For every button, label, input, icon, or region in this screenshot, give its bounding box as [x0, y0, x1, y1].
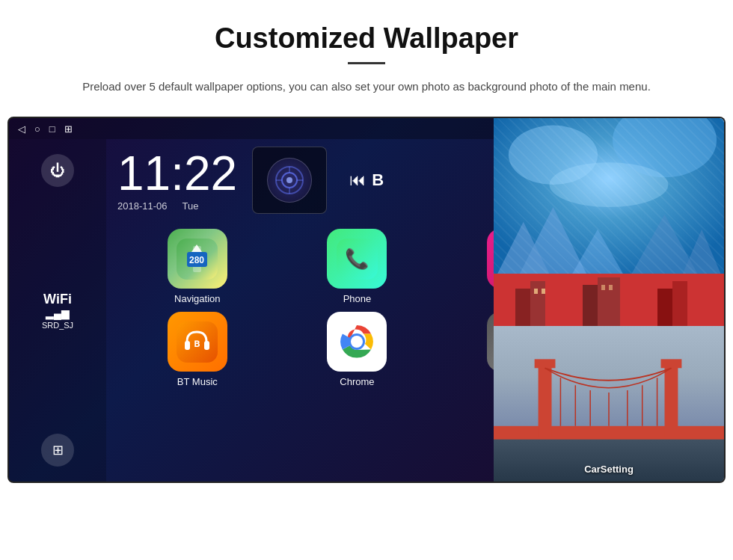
app-item-chrome[interactable]: Chrome: [281, 312, 434, 387]
chrome-label: Chrome: [340, 376, 374, 387]
svg-rect-52: [542, 289, 545, 294]
media-widget: [252, 147, 327, 214]
svg-rect-48: [598, 277, 620, 326]
svg-text:📞: 📞: [345, 247, 369, 271]
bt-icon: ʙ: [168, 312, 227, 372]
car-setting-label: CarSetting: [494, 462, 724, 476]
phone-icon: 📞: [327, 229, 387, 289]
back-icon[interactable]: ◁: [18, 123, 25, 135]
svg-rect-61: [661, 359, 682, 368]
svg-marker-41: [568, 230, 627, 274]
apps-button[interactable]: ⊞: [41, 434, 74, 467]
svg-rect-60: [535, 359, 556, 368]
svg-point-25: [351, 336, 363, 348]
prev-track-button[interactable]: ⏮: [349, 170, 366, 190]
title-divider: [348, 62, 385, 64]
wallpaper-thumb-building[interactable]: [494, 274, 724, 326]
svg-rect-54: [609, 285, 613, 290]
wallpaper-thumbnails: CarSetting: [494, 117, 726, 483]
clock-info: 11:22 2018-11-06 Tue: [117, 150, 237, 212]
phone-label: Phone: [343, 293, 372, 304]
wifi-label: WiFi: [43, 292, 72, 307]
clock-time: 11:22: [117, 150, 237, 197]
power-icon: ⏻: [50, 162, 65, 179]
svg-rect-50: [672, 281, 687, 326]
svg-marker-42: [494, 222, 553, 274]
media-controls: ⏮ B: [349, 170, 384, 190]
recent-icon[interactable]: □: [49, 123, 55, 135]
svg-marker-39: [516, 207, 590, 274]
nav-label: Navigation: [174, 293, 220, 304]
app-item-navigation[interactable]: 280 Navigation: [121, 229, 274, 304]
svg-rect-57: [494, 426, 724, 440]
wallpaper-thumb-ice[interactable]: [494, 118, 724, 274]
screen-container: ◁ ○ □ ⊞ 📍 ▼ 11:22 ⏻: [7, 117, 726, 483]
svg-rect-51: [534, 289, 538, 294]
page-title: Customized Wallpaper: [215, 22, 518, 55]
svg-rect-35: [494, 118, 724, 274]
chrome-icon: [327, 312, 387, 372]
svg-rect-21: [204, 341, 209, 350]
bt-label: BT Music: [177, 376, 218, 387]
app-item-phone[interactable]: 📞 Phone: [281, 229, 434, 304]
svg-point-2: [286, 177, 292, 183]
page-subtitle: Preload over 5 default wallpaper options…: [82, 78, 651, 96]
svg-rect-46: [530, 281, 545, 326]
svg-point-37: [613, 118, 717, 177]
media-title-letter: B: [372, 170, 384, 190]
screenshot-icon[interactable]: ⊞: [64, 123, 73, 135]
svg-text:ʙ: ʙ: [194, 337, 200, 349]
clock-day: Tue: [183, 200, 199, 212]
wifi-ssid: SRD_SJ: [42, 321, 73, 330]
wifi-bars: ▂▄▆: [42, 307, 73, 319]
wifi-info: WiFi ▂▄▆ SRD_SJ: [42, 292, 73, 330]
media-icon: [267, 158, 312, 203]
app-item-bt-music[interactable]: ʙ BT Music: [121, 312, 274, 387]
svg-rect-59: [665, 363, 678, 437]
status-bar-nav: ◁ ○ □ ⊞: [18, 123, 73, 135]
android-screen: ◁ ○ □ ⊞ 📍 ▼ 11:22 ⏻: [7, 117, 494, 483]
nav-icon: 280: [168, 229, 227, 289]
apps-icon: ⊞: [52, 442, 64, 458]
svg-marker-43: [679, 230, 724, 274]
clock-date: 2018-11-06: [117, 200, 168, 212]
svg-point-36: [509, 126, 598, 185]
clock-date-row: 2018-11-06 Tue: [117, 200, 237, 212]
wallpaper-thumb-bridge[interactable]: CarSetting: [494, 326, 724, 481]
power-button[interactable]: ⏻: [41, 154, 74, 187]
svg-rect-20: [185, 341, 190, 350]
left-sidebar: ⏻ WiFi ▂▄▆ SRD_SJ ⊞: [9, 139, 106, 481]
svg-point-38: [550, 162, 669, 207]
home-icon[interactable]: ○: [34, 123, 40, 135]
svg-rect-53: [601, 285, 605, 290]
svg-rect-58: [539, 363, 552, 437]
svg-marker-40: [628, 215, 702, 274]
svg-text:280: 280: [189, 255, 204, 265]
